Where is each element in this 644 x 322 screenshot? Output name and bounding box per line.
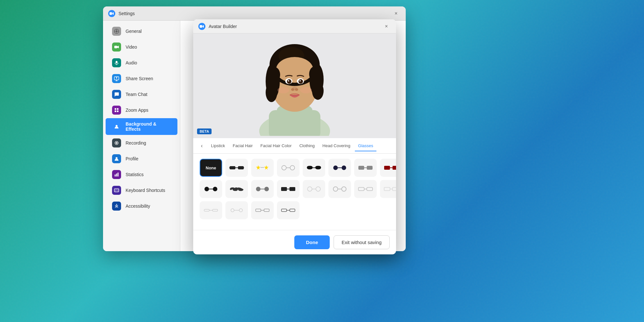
avatar-builder-title: Avatar Builder [209,24,382,29]
sidebar-item-video[interactable]: Video [106,39,177,55]
settings-title: Settings [118,11,392,16]
svg-rect-107 [213,209,218,211]
svg-point-54 [288,80,289,81]
sidebar-icon-video [112,43,121,52]
glasses-light-round2[interactable] [328,180,351,198]
settings-titlebar: Settings × [103,6,406,21]
svg-rect-115 [281,209,287,212]
glasses-thin-wire[interactable] [200,201,222,219]
glasses-red-square[interactable] [380,159,396,177]
svg-rect-92 [289,187,295,191]
sidebar-item-share-screen[interactable]: Share Screen [106,71,177,86]
avatar-builder-modal: Avatar Builder × [193,19,396,254]
tabs-back-button[interactable]: ‹ [198,142,205,150]
sidebar-icon-audio [112,58,121,67]
svg-rect-101 [367,187,373,191]
svg-marker-4 [117,46,119,48]
done-button[interactable]: Done [294,235,330,249]
svg-rect-63 [230,166,235,169]
svg-marker-1 [112,12,114,15]
glasses-light-square[interactable] [354,180,377,198]
svg-rect-104 [393,187,396,191]
sidebar-item-zoom-apps[interactable]: Zoom Apps [106,102,177,118]
settings-close-button[interactable]: × [392,9,401,18]
glasses-gray-square2[interactable] [251,201,274,219]
tab-glasses[interactable]: Glasses [355,141,376,151]
tab-facial-hair[interactable]: Facial Hair [230,141,256,151]
svg-point-97 [333,187,338,191]
avatar-preview: BETA [193,33,396,138]
glasses-none[interactable]: None [200,159,222,177]
sidebar-item-team-chat[interactable]: Team Chat [106,87,177,102]
svg-point-52 [287,79,291,84]
glasses-white-square[interactable] [380,180,396,198]
sidebar-item-general[interactable]: General [106,24,177,39]
glasses-dark-round2[interactable] [200,180,222,198]
svg-rect-79 [367,166,373,170]
svg-point-109 [231,209,234,212]
svg-point-95 [316,187,320,191]
svg-rect-3 [114,46,117,48]
glasses-light-round[interactable] [303,180,325,198]
sidebar-icon-background-effects [112,122,121,131]
glasses-round-wire[interactable] [277,159,299,177]
sidebar-label-video: Video [126,44,137,50]
svg-point-31 [116,204,117,205]
svg-point-98 [342,187,346,191]
svg-point-61 [278,87,289,93]
sidebar-item-statistics[interactable]: Statistics [106,167,177,182]
svg-rect-106 [204,209,209,211]
svg-rect-78 [358,166,364,170]
sidebar-item-audio[interactable]: Audio [106,55,177,71]
sidebar-icon-recording [112,138,121,147]
svg-rect-25 [116,190,117,190]
sidebar-item-background-effects[interactable]: Background & Effects [106,118,177,135]
svg-rect-20 [115,175,116,176]
sidebar-item-accessibility[interactable]: Accessibility [106,198,177,214]
glasses-dark-wide[interactable] [225,159,248,177]
sidebar-icon-general [112,27,121,36]
svg-rect-22 [118,173,118,176]
svg-rect-32 [200,25,202,28]
glasses-dark-cat[interactable] [303,159,325,177]
svg-marker-69 [264,165,269,170]
exit-without-saving-button[interactable]: Exit without saving [334,235,390,249]
glasses-dark-square[interactable] [277,180,299,198]
sidebar-label-statistics: Statistics [126,172,144,177]
tab-lipstick[interactable]: Lipstick [208,141,228,151]
svg-point-88 [256,187,260,191]
glasses-dark-thin[interactable] [277,201,299,219]
avatar-actions: Done Exit without saving [193,230,396,254]
svg-rect-103 [384,187,390,191]
svg-point-76 [342,166,346,170]
svg-rect-113 [264,209,269,212]
tab-facial-hair-color[interactable]: Facial Hair Color [257,141,295,151]
svg-rect-29 [118,191,118,191]
glasses-gray-thin[interactable] [225,201,248,219]
zoom-logo [108,10,115,17]
glasses-gray-round[interactable] [251,180,274,198]
sidebar-item-profile[interactable]: Profile [106,151,177,166]
svg-rect-23 [114,189,119,192]
sidebar-label-zoom-apps: Zoom Apps [126,108,148,113]
sidebar-label-general: General [126,29,142,34]
glasses-gray-square[interactable] [354,159,377,177]
sidebar-label-background-effects: Background & Effects [126,121,171,132]
svg-rect-82 [393,166,396,170]
glasses-star[interactable] [251,159,274,177]
sidebar-icon-profile [112,154,121,163]
svg-marker-33 [203,25,204,28]
glasses-dark-round[interactable] [328,159,351,177]
sidebar-icon-accessibility [112,202,121,211]
svg-point-62 [300,87,312,93]
sidebar-item-recording[interactable]: Recording [106,135,177,151]
avatar-close-button[interactable]: × [382,22,391,31]
glasses-grid: None [193,154,396,230]
svg-point-55 [299,80,301,81]
tab-clothing[interactable]: Clothing [296,141,318,151]
tab-head-covering[interactable]: Head Covering [319,141,354,151]
svg-point-71 [282,166,286,170]
sidebar-item-keyboard-shortcuts[interactable]: Keyboard Shortcuts [106,183,177,198]
svg-point-18 [116,142,118,144]
glasses-dark-cat2[interactable] [225,180,248,198]
